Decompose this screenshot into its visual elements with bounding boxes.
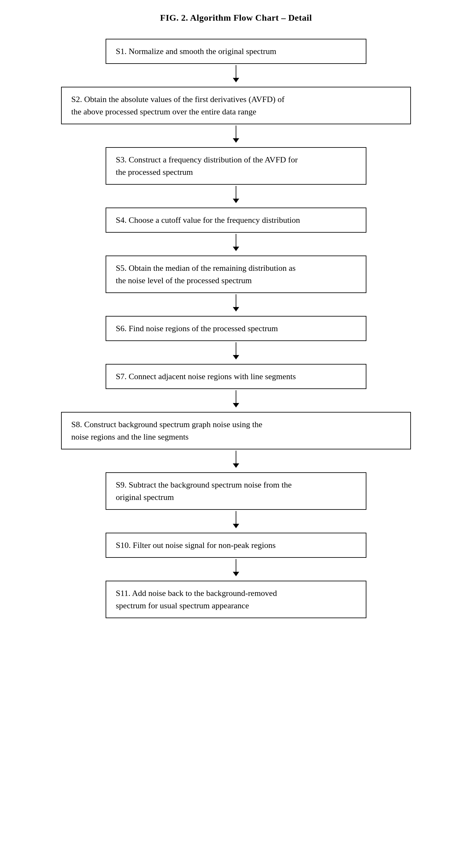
arrow-7 [233, 390, 239, 407]
step-s11: S11. Add noise back to the background-re… [106, 581, 366, 618]
step-s1-text: S1. Normalize and smooth the original sp… [116, 47, 276, 56]
step-s4-text: S4. Choose a cutoff value for the freque… [116, 216, 300, 225]
step-s7-text: S7. Connect adjacent noise regions with … [116, 372, 296, 381]
step-s6-text: S6. Find noise regions of the processed … [116, 324, 278, 333]
step-s5: S5. Obtain the median of the remaining d… [106, 255, 366, 293]
step-s11-text: S11. Add noise back to the background-re… [116, 589, 277, 610]
step-s2-text: S2. Obtain the absolute values of the fi… [71, 95, 284, 116]
step-s8-text: S8. Construct background spectrum graph … [71, 420, 262, 441]
arrow-8 [233, 451, 239, 468]
arrow-2 [233, 126, 239, 143]
step-s6: S6. Find noise regions of the processed … [106, 316, 366, 341]
step-s4: S4. Choose a cutoff value for the freque… [106, 208, 366, 232]
step-s3-text: S3. Construct a frequency distribution o… [116, 155, 298, 177]
step-s2: S2. Obtain the absolute values of the fi… [61, 87, 411, 124]
page-title: FIG. 2. Algorithm Flow Chart – Detail [160, 13, 312, 23]
arrow-10 [233, 559, 239, 576]
arrow-1 [233, 65, 239, 82]
step-s1: S1. Normalize and smooth the original sp… [106, 39, 366, 64]
arrow-6 [233, 342, 239, 360]
step-s9-text: S9. Subtract the background spectrum noi… [116, 480, 292, 502]
arrow-9 [233, 511, 239, 528]
step-s5-text: S5. Obtain the median of the remaining d… [116, 264, 295, 285]
step-s9: S9. Subtract the background spectrum noi… [106, 472, 366, 510]
arrow-5 [233, 294, 239, 311]
step-s8: S8. Construct background spectrum graph … [61, 412, 411, 450]
step-s7: S7. Connect adjacent noise regions with … [106, 364, 366, 389]
step-s10: S10. Filter out noise signal for non-pea… [106, 533, 366, 558]
arrow-4 [233, 234, 239, 251]
arrow-3 [233, 186, 239, 203]
step-s10-text: S10. Filter out noise signal for non-pea… [116, 540, 276, 550]
step-s3: S3. Construct a frequency distribution o… [106, 147, 366, 185]
flowchart: S1. Normalize and smooth the original sp… [45, 39, 427, 618]
